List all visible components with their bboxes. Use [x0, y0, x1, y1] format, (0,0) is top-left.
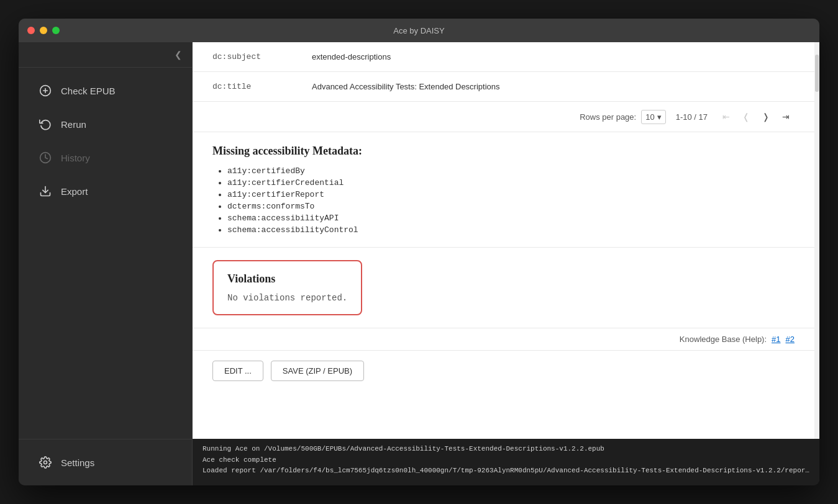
log-line-2: Ace check complete: [203, 455, 809, 466]
metadata-row-title: dc:title Advanced Accessibility Tests: E…: [193, 72, 814, 102]
history-icon: [39, 151, 52, 164]
sidebar-item-check-epub-label: Check EPUB: [61, 86, 116, 96]
log-area: Running Ace on /Volumes/500GB/EPUBs/Adva…: [193, 439, 819, 485]
sidebar-bottom: Settings: [19, 439, 192, 485]
missing-metadata-title: Missing accessibility Metadata:: [212, 145, 795, 158]
knowledge-base-bar: Knowledge Base (Help): #1 #2: [193, 328, 814, 351]
scrollbar[interactable]: [814, 42, 819, 439]
violations-title: Violations: [227, 272, 347, 286]
content-area: dc:subject extended-descriptions dc:titl…: [193, 42, 819, 439]
sidebar-item-export-label: Export: [61, 186, 88, 197]
next-page-button[interactable]: ❭: [757, 108, 775, 125]
list-item: schema:accessibilityAPI: [227, 214, 795, 223]
list-item: a11y:certifierReport: [227, 190, 795, 199]
metadata-row-subject: dc:subject extended-descriptions: [193, 42, 814, 72]
last-page-button[interactable]: ⇥: [777, 108, 795, 125]
sidebar-item-export[interactable]: Export: [24, 176, 187, 207]
collapse-icon[interactable]: ❮: [175, 50, 182, 60]
list-item: a11y:certifierCredential: [227, 178, 795, 187]
download-icon: [39, 184, 52, 198]
sidebar: ❮ Check EPUB Rerun: [19, 42, 193, 485]
rerun-icon: [39, 117, 52, 131]
knowledge-base-label: Knowledge Base (Help):: [680, 335, 767, 344]
list-item: a11y:certifiedBy: [227, 166, 795, 176]
missing-metadata-list: a11y:certifiedBy a11y:certifierCredentia…: [212, 166, 795, 235]
knowledge-base-link1[interactable]: #1: [772, 335, 780, 344]
sidebar-item-check-epub[interactable]: Check EPUB: [24, 75, 187, 106]
sidebar-item-settings[interactable]: Settings: [24, 447, 187, 478]
knowledge-base-link2[interactable]: #2: [786, 335, 795, 344]
violations-text: No violations reported.: [227, 293, 347, 303]
list-item: dcterms:conformsTo: [227, 202, 795, 211]
metadata-key-title: dc:title: [212, 82, 312, 91]
sidebar-nav: Check EPUB Rerun History: [19, 68, 192, 439]
list-item: schema:accessibilityControl: [227, 225, 795, 235]
missing-metadata-section: Missing accessibility Metadata: a11y:cer…: [193, 132, 814, 248]
log-line-1: Running Ace on /Volumes/500GB/EPUBs/Adva…: [203, 444, 809, 455]
svg-point-5: [44, 461, 47, 464]
minimize-button[interactable]: [40, 27, 47, 34]
page-info: 1-10 / 17: [676, 112, 708, 122]
edit-button[interactable]: EDIT ...: [212, 361, 263, 381]
sidebar-item-settings-label: Settings: [61, 457, 94, 468]
app-window: Ace by DAISY ❮ Check EPUB: [19, 19, 819, 485]
log-line-3: Loaded report /var/folders/f4/bs_lcm7565…: [203, 466, 809, 477]
sidebar-item-rerun-label: Rerun: [61, 119, 86, 130]
metadata-table: dc:subject extended-descriptions dc:titl…: [193, 42, 814, 102]
scroll-thumb: [815, 55, 819, 92]
save-button[interactable]: SAVE (ZIP / EPUB): [271, 361, 364, 381]
metadata-value-title: Advanced Accessibility Tests: Extended D…: [312, 82, 500, 91]
title-bar: Ace by DAISY: [19, 19, 819, 42]
sidebar-toggle: ❮: [19, 42, 192, 68]
prev-page-button[interactable]: ❬: [737, 108, 755, 125]
settings-icon: [39, 456, 52, 469]
sidebar-item-rerun[interactable]: Rerun: [24, 109, 187, 140]
violations-section: Violations No violations reported.: [193, 248, 814, 328]
traffic-lights: [27, 27, 60, 34]
metadata-key-subject: dc:subject: [212, 52, 312, 61]
main-layout: ❮ Check EPUB Rerun: [19, 42, 819, 485]
maximize-button[interactable]: [52, 27, 60, 34]
rows-per-page-control: Rows per page: 10 ▾: [580, 110, 666, 124]
sidebar-item-history: History: [24, 142, 187, 173]
sidebar-item-history-label: History: [61, 153, 90, 163]
plus-circle-icon: [39, 84, 52, 97]
pagination-bar: Rows per page: 10 ▾ 1-10 / 17 ⇤ ❬ ❭: [193, 102, 814, 132]
close-button[interactable]: [27, 27, 35, 34]
first-page-button[interactable]: ⇤: [717, 108, 735, 125]
rows-per-page-select[interactable]: 10 ▾: [641, 110, 665, 124]
rows-per-page-value: 10: [645, 112, 654, 122]
action-bar: EDIT ... SAVE (ZIP / EPUB): [193, 351, 814, 391]
rows-per-page-label: Rows per page:: [580, 112, 636, 122]
pagination-controls: ⇤ ❬ ❭ ⇥: [717, 108, 795, 125]
content-scroll[interactable]: dc:subject extended-descriptions dc:titl…: [193, 42, 814, 439]
metadata-value-subject: extended-descriptions: [312, 52, 391, 61]
violations-box: Violations No violations reported.: [212, 260, 362, 315]
dropdown-arrow-icon: ▾: [657, 112, 662, 122]
window-title: Ace by DAISY: [393, 26, 444, 35]
